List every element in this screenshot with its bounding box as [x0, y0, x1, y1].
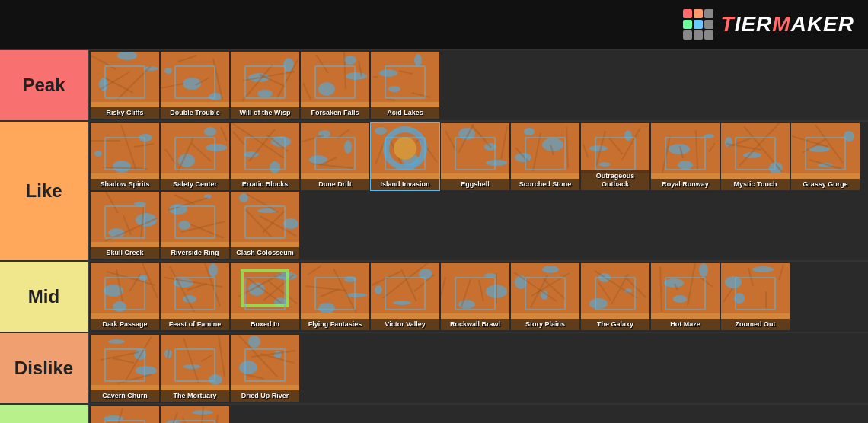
tier-item[interactable]: Mystic Touch	[721, 123, 790, 190]
svg-line-210	[531, 273, 570, 296]
svg-line-199	[461, 279, 471, 307]
svg-line-129	[809, 160, 841, 169]
tier-item[interactable]: Dune Drift	[301, 123, 369, 190]
tier-item-label: Safety Center	[161, 179, 229, 190]
svg-rect-138	[161, 192, 229, 242]
tier-item[interactable]: Skull Creek	[91, 192, 159, 259]
svg-point-81	[394, 137, 416, 160]
svg-point-253	[274, 351, 282, 358]
tier-label-dislike: Dislike	[0, 333, 88, 403]
tier-item[interactable]: Rockwall Brawl	[441, 263, 509, 330]
tier-item[interactable]: Erratic Blocks	[231, 123, 299, 190]
tier-item-label: Acid Lakes	[371, 107, 439, 119]
logo-grid	[683, 9, 713, 40]
tier-item-label: Risky Cliffs	[91, 107, 159, 119]
tier-item[interactable]: Cavern Churn	[91, 335, 159, 402]
svg-point-197	[458, 300, 475, 309]
svg-line-159	[129, 275, 140, 291]
tier-item[interactable]: Hot Maze	[651, 263, 720, 330]
logo-cell	[694, 20, 703, 29]
tier-item[interactable]: Victor Valley	[371, 263, 439, 330]
tier-label-garbage: Garbage	[0, 405, 88, 423]
svg-point-220	[673, 295, 687, 303]
tier-item[interactable]: Acid Lakes	[371, 52, 439, 119]
svg-line-55	[191, 143, 211, 161]
svg-point-11	[209, 93, 222, 100]
tier-item[interactable]: Outrageous Outback	[581, 123, 649, 190]
tier-item[interactable]: The Mortuary	[161, 335, 229, 402]
tier-item[interactable]: Riverside Ring	[161, 192, 229, 259]
svg-point-51	[204, 127, 216, 136]
logo-cell	[704, 9, 713, 18]
tier-item-label: Dark Passage	[91, 319, 159, 330]
svg-point-237	[108, 339, 125, 344]
svg-line-21	[260, 75, 286, 87]
svg-point-116	[743, 152, 761, 158]
tier-item-label: Island Invasion	[371, 179, 439, 190]
svg-line-96	[550, 145, 554, 155]
svg-point-65	[318, 130, 330, 138]
tier-item[interactable]: Dried Up River	[231, 335, 299, 402]
svg-line-70	[320, 157, 337, 165]
tier-item-label: Outrageous Outback	[581, 170, 649, 190]
tier-item[interactable]: Island Invasion	[371, 123, 439, 190]
tier-item[interactable]: Dark Passage	[91, 263, 159, 330]
tier-items-like: Shadow SpiritsSafety CenterErratic Block…	[88, 122, 868, 260]
svg-line-241	[101, 352, 139, 360]
tier-item[interactable]: Story Plains	[511, 263, 579, 330]
svg-point-139	[178, 221, 190, 230]
svg-line-207	[531, 275, 547, 307]
svg-point-99	[598, 162, 611, 167]
tier-item-label: Hot Maze	[651, 319, 720, 330]
svg-point-245	[183, 364, 201, 369]
svg-point-66	[344, 140, 352, 154]
tier-item[interactable]: Zoomed Out	[721, 263, 790, 330]
tier-item[interactable]: Safety Center	[161, 123, 229, 190]
tier-item[interactable]: Double Trouble	[161, 52, 229, 119]
svg-point-173	[274, 297, 286, 307]
svg-point-238	[134, 349, 146, 360]
tier-item-label: Victor Valley	[371, 319, 439, 330]
tier-item[interactable]: Forsaken Falls	[301, 52, 369, 119]
tier-item[interactable]: Eggshell	[441, 123, 509, 190]
svg-point-125	[809, 146, 830, 152]
svg-line-38	[399, 71, 413, 74]
tier-item-label: Flying Fantasies	[301, 319, 369, 330]
tier-item-label: Forsaken Falls	[301, 107, 369, 119]
svg-point-198	[484, 273, 496, 278]
svg-point-74	[375, 127, 387, 135]
tier-item[interactable]: Flying Fantasies	[301, 263, 369, 330]
tier-item[interactable]: Royal Runway	[651, 123, 720, 190]
tier-item-label: Clash Colosseum	[231, 247, 299, 259]
tier-item-label: Shadow Spirits	[91, 179, 159, 190]
tier-item-label: Feast of Famine	[161, 319, 229, 330]
svg-point-222	[664, 278, 684, 288]
tier-item[interactable]: Risky Cliffs	[91, 52, 159, 119]
svg-point-33	[388, 86, 400, 92]
svg-line-78	[401, 138, 420, 158]
svg-line-153	[263, 210, 286, 233]
tier-item[interactable]: The Galaxy	[581, 263, 649, 330]
tier-item[interactable]: Clash Colosseum	[231, 192, 299, 259]
tier-item[interactable]: Grassy Gorge	[791, 123, 860, 190]
tier-item[interactable]: Will of the Wisp	[231, 52, 299, 119]
tier-item[interactable]: Scorched Stone	[511, 123, 579, 190]
tier-item-label: Eggshell	[441, 179, 509, 190]
svg-point-9	[164, 68, 172, 74]
svg-point-50	[178, 154, 195, 167]
svg-point-85	[484, 143, 496, 151]
tier-item[interactable]: Dark Fantasies	[161, 406, 229, 423]
tier-item[interactable]: Eye of the Storm	[91, 406, 159, 423]
svg-point-19	[248, 73, 270, 82]
tier-item[interactable]: Boxed In	[231, 263, 299, 330]
tier-item[interactable]: Shadow Spirits	[91, 123, 159, 190]
tier-item[interactable]: Feast of Famine	[161, 263, 229, 330]
svg-point-42	[113, 161, 131, 173]
svg-point-34	[414, 54, 422, 66]
svg-point-221	[699, 263, 708, 277]
tier-item-label: Cavern Churn	[91, 390, 159, 402]
logo-area: TIERMAKER	[683, 9, 854, 40]
svg-point-229	[752, 266, 774, 272]
svg-line-208	[544, 279, 565, 299]
svg-point-204	[542, 266, 559, 273]
